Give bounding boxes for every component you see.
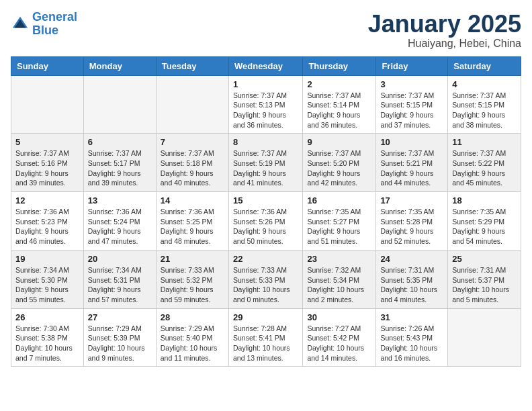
day-detail: Sunrise: 7:26 AM Sunset: 5:43 PM Dayligh…: [380, 324, 443, 363]
day-detail: Sunrise: 7:37 AM Sunset: 5:16 PM Dayligh…: [15, 148, 79, 188]
calendar-cell: 29Sunrise: 7:28 AM Sunset: 5:41 PM Dayli…: [228, 308, 302, 367]
day-detail: Sunrise: 7:37 AM Sunset: 5:22 PM Dayligh…: [452, 148, 517, 188]
weekday-header-wednesday: Wednesday: [228, 56, 302, 75]
weekday-header-thursday: Thursday: [303, 56, 376, 75]
calendar-cell: 20Sunrise: 7:34 AM Sunset: 5:31 PM Dayli…: [83, 250, 156, 308]
calendar-cell: 26Sunrise: 7:30 AM Sunset: 5:38 PM Dayli…: [11, 308, 84, 367]
day-detail: Sunrise: 7:29 AM Sunset: 5:40 PM Dayligh…: [161, 324, 224, 363]
day-number: 30: [307, 312, 371, 322]
calendar-week-row: 19Sunrise: 7:34 AM Sunset: 5:30 PM Dayli…: [11, 250, 521, 308]
day-detail: Sunrise: 7:34 AM Sunset: 5:31 PM Dayligh…: [88, 265, 152, 305]
logo-icon: [11, 15, 30, 34]
calendar-cell: 17Sunrise: 7:35 AM Sunset: 5:28 PM Dayli…: [376, 192, 448, 250]
calendar-cell: 30Sunrise: 7:27 AM Sunset: 5:42 PM Dayli…: [303, 308, 376, 367]
day-number: 19: [15, 254, 79, 264]
day-detail: Sunrise: 7:37 AM Sunset: 5:21 PM Dayligh…: [380, 148, 443, 188]
day-detail: Sunrise: 7:36 AM Sunset: 5:23 PM Dayligh…: [15, 207, 79, 246]
day-detail: Sunrise: 7:37 AM Sunset: 5:17 PM Dayligh…: [88, 148, 152, 188]
day-number: 21: [161, 254, 224, 264]
day-detail: Sunrise: 7:33 AM Sunset: 5:32 PM Dayligh…: [161, 265, 224, 305]
calendar-cell: 21Sunrise: 7:33 AM Sunset: 5:32 PM Dayli…: [156, 250, 228, 308]
weekday-header-friday: Friday: [376, 56, 448, 75]
calendar-week-row: 5Sunrise: 7:37 AM Sunset: 5:16 PM Daylig…: [11, 134, 521, 192]
day-detail: Sunrise: 7:35 AM Sunset: 5:27 PM Dayligh…: [307, 207, 371, 246]
day-number: 31: [380, 312, 443, 322]
calendar-cell: 6Sunrise: 7:37 AM Sunset: 5:17 PM Daylig…: [83, 134, 156, 192]
day-number: 23: [307, 254, 371, 264]
calendar-cell: 5Sunrise: 7:37 AM Sunset: 5:16 PM Daylig…: [11, 134, 84, 192]
day-number: 11: [452, 137, 517, 147]
day-detail: Sunrise: 7:35 AM Sunset: 5:28 PM Dayligh…: [380, 207, 443, 246]
calendar-week-row: 12Sunrise: 7:36 AM Sunset: 5:23 PM Dayli…: [11, 192, 521, 250]
day-number: 26: [15, 312, 79, 322]
day-detail: Sunrise: 7:29 AM Sunset: 5:39 PM Dayligh…: [88, 324, 152, 363]
calendar-cell: 2Sunrise: 7:37 AM Sunset: 5:14 PM Daylig…: [303, 75, 376, 134]
calendar-cell: 9Sunrise: 7:37 AM Sunset: 5:20 PM Daylig…: [303, 134, 376, 192]
calendar-cell: 7Sunrise: 7:37 AM Sunset: 5:18 PM Daylig…: [156, 134, 228, 192]
day-number: 28: [161, 312, 224, 322]
day-number: 6: [88, 137, 152, 147]
day-number: 10: [380, 137, 443, 147]
day-number: 29: [233, 312, 298, 322]
day-number: 5: [15, 137, 79, 147]
calendar-cell: 12Sunrise: 7:36 AM Sunset: 5:23 PM Dayli…: [11, 192, 84, 250]
day-detail: Sunrise: 7:28 AM Sunset: 5:41 PM Dayligh…: [233, 324, 298, 363]
day-number: 22: [233, 254, 298, 264]
day-detail: Sunrise: 7:27 AM Sunset: 5:42 PM Dayligh…: [307, 324, 371, 363]
calendar-cell: [156, 75, 228, 134]
calendar-cell: 14Sunrise: 7:36 AM Sunset: 5:25 PM Dayli…: [156, 192, 228, 250]
weekday-header-monday: Monday: [83, 56, 156, 75]
logo-text-line1: General: [32, 11, 77, 24]
day-number: 8: [233, 137, 298, 147]
day-number: 7: [161, 137, 224, 147]
calendar-cell: 22Sunrise: 7:33 AM Sunset: 5:33 PM Dayli…: [228, 250, 302, 308]
day-number: 16: [307, 195, 371, 205]
calendar-week-row: 1Sunrise: 7:37 AM Sunset: 5:13 PM Daylig…: [11, 75, 521, 134]
day-number: 1: [233, 79, 298, 89]
day-detail: Sunrise: 7:36 AM Sunset: 5:24 PM Dayligh…: [88, 207, 152, 246]
weekday-header-sunday: Sunday: [11, 56, 84, 75]
calendar-cell: 16Sunrise: 7:35 AM Sunset: 5:27 PM Dayli…: [303, 192, 376, 250]
day-detail: Sunrise: 7:36 AM Sunset: 5:25 PM Dayligh…: [161, 207, 224, 246]
calendar-cell: [83, 75, 156, 134]
day-detail: Sunrise: 7:37 AM Sunset: 5:15 PM Dayligh…: [452, 91, 517, 130]
day-number: 14: [161, 195, 224, 205]
day-detail: Sunrise: 7:36 AM Sunset: 5:26 PM Dayligh…: [233, 207, 298, 246]
day-detail: Sunrise: 7:35 AM Sunset: 5:29 PM Dayligh…: [452, 207, 517, 246]
calendar-cell: 1Sunrise: 7:37 AM Sunset: 5:13 PM Daylig…: [228, 75, 302, 134]
day-number: 2: [307, 79, 371, 89]
day-number: 27: [88, 312, 152, 322]
day-detail: Sunrise: 7:31 AM Sunset: 5:37 PM Dayligh…: [452, 265, 517, 305]
day-detail: Sunrise: 7:32 AM Sunset: 5:34 PM Dayligh…: [307, 265, 371, 305]
day-detail: Sunrise: 7:30 AM Sunset: 5:38 PM Dayligh…: [15, 324, 79, 363]
day-number: 25: [452, 254, 517, 264]
calendar-cell: 10Sunrise: 7:37 AM Sunset: 5:21 PM Dayli…: [376, 134, 448, 192]
calendar-table: SundayMondayTuesdayWednesdayThursdayFrid…: [11, 56, 521, 367]
calendar-cell: 19Sunrise: 7:34 AM Sunset: 5:30 PM Dayli…: [11, 250, 84, 308]
day-detail: Sunrise: 7:37 AM Sunset: 5:19 PM Dayligh…: [233, 148, 298, 188]
calendar-cell: [448, 308, 521, 367]
calendar-cell: 23Sunrise: 7:32 AM Sunset: 5:34 PM Dayli…: [303, 250, 376, 308]
calendar-cell: [11, 75, 84, 134]
day-detail: Sunrise: 7:33 AM Sunset: 5:33 PM Dayligh…: [233, 265, 298, 305]
calendar-cell: 27Sunrise: 7:29 AM Sunset: 5:39 PM Dayli…: [83, 308, 156, 367]
day-number: 20: [88, 254, 152, 264]
day-number: 18: [452, 195, 517, 205]
day-detail: Sunrise: 7:34 AM Sunset: 5:30 PM Dayligh…: [15, 265, 79, 305]
title-block: January 2025 Huaiyang, Hebei, China: [368, 11, 521, 50]
calendar-header-row: SundayMondayTuesdayWednesdayThursdayFrid…: [11, 56, 521, 75]
calendar-cell: 24Sunrise: 7:31 AM Sunset: 5:35 PM Dayli…: [376, 250, 448, 308]
calendar-cell: 31Sunrise: 7:26 AM Sunset: 5:43 PM Dayli…: [376, 308, 448, 367]
calendar-cell: 13Sunrise: 7:36 AM Sunset: 5:24 PM Dayli…: [83, 192, 156, 250]
day-number: 12: [15, 195, 79, 205]
page-header: General Blue January 2025 Huaiyang, Hebe…: [11, 11, 521, 50]
calendar-cell: 28Sunrise: 7:29 AM Sunset: 5:40 PM Dayli…: [156, 308, 228, 367]
calendar-cell: 11Sunrise: 7:37 AM Sunset: 5:22 PM Dayli…: [448, 134, 521, 192]
calendar-cell: 18Sunrise: 7:35 AM Sunset: 5:29 PM Dayli…: [448, 192, 521, 250]
calendar-week-row: 26Sunrise: 7:30 AM Sunset: 5:38 PM Dayli…: [11, 308, 521, 367]
location-title: Huaiyang, Hebei, China: [368, 38, 521, 50]
day-detail: Sunrise: 7:37 AM Sunset: 5:14 PM Dayligh…: [307, 91, 371, 130]
weekday-header-saturday: Saturday: [448, 56, 521, 75]
calendar-cell: 25Sunrise: 7:31 AM Sunset: 5:37 PM Dayli…: [448, 250, 521, 308]
day-detail: Sunrise: 7:37 AM Sunset: 5:20 PM Dayligh…: [307, 148, 371, 188]
